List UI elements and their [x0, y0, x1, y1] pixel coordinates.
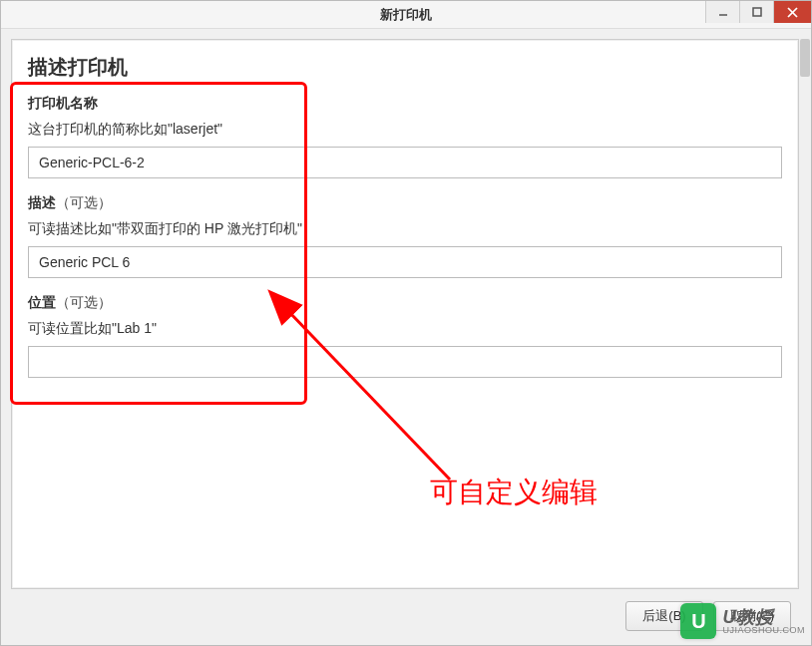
printer-dialog-window: 新打印机 描述打印机 打印机名称 这台打印机的简称比如"laserjet"	[0, 0, 812, 646]
content-area: 描述打印机 打印机名称 这台打印机的简称比如"laserjet" 描述（可选） …	[1, 29, 811, 645]
printer-name-label: 打印机名称	[28, 95, 782, 113]
close-button[interactable]	[773, 1, 811, 23]
window-title: 新打印机	[380, 6, 432, 24]
form-panel: 描述打印机 打印机名称 这台打印机的简称比如"laserjet" 描述（可选） …	[11, 39, 799, 589]
page-heading: 描述打印机	[28, 54, 782, 81]
printer-name-label-text: 打印机名称	[28, 95, 98, 111]
svg-rect-1	[753, 8, 761, 16]
printer-name-input[interactable]	[28, 147, 782, 178]
field-printer-name: 打印机名称 这台打印机的简称比如"laserjet"	[28, 95, 782, 178]
printer-name-hint: 这台打印机的简称比如"laserjet"	[28, 121, 782, 139]
field-location: 位置（可选） 可读位置比如"Lab 1"	[28, 294, 782, 378]
scrollbar-track[interactable]	[800, 39, 810, 589]
description-label: 描述（可选）	[28, 194, 782, 212]
watermark: U U教授 UJIAOSHOU.COM	[680, 603, 805, 639]
location-optional: （可选）	[56, 294, 112, 310]
location-label-text: 位置	[28, 294, 56, 310]
description-input[interactable]	[28, 246, 782, 278]
watermark-url: UJIAOSHOU.COM	[722, 626, 805, 635]
watermark-text: U教授 UJIAOSHOU.COM	[722, 608, 805, 635]
location-label: 位置（可选）	[28, 294, 782, 312]
minimize-icon	[718, 7, 728, 17]
window-controls	[705, 1, 811, 29]
location-hint: 可读位置比如"Lab 1"	[28, 320, 782, 338]
maximize-button[interactable]	[739, 1, 773, 23]
scrollbar-thumb[interactable]	[800, 39, 810, 77]
location-input[interactable]	[28, 346, 782, 378]
watermark-brand: U教授	[722, 608, 805, 626]
field-description: 描述（可选） 可读描述比如"带双面打印的 HP 激光打印机"	[28, 194, 782, 278]
description-hint: 可读描述比如"带双面打印的 HP 激光打印机"	[28, 220, 782, 238]
watermark-badge-icon: U	[680, 603, 716, 639]
titlebar: 新打印机	[1, 1, 811, 29]
close-icon	[787, 7, 798, 18]
minimize-button[interactable]	[705, 1, 739, 23]
description-optional: （可选）	[56, 194, 112, 210]
maximize-icon	[752, 7, 762, 17]
description-label-text: 描述	[28, 194, 56, 210]
